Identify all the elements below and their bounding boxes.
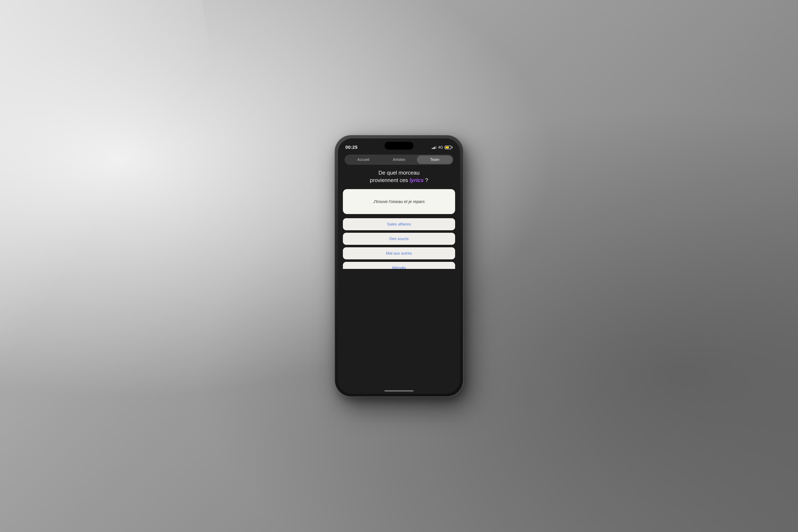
volume-up-button[interactable] bbox=[335, 198, 335, 214]
nav-tabs: Accueil Artistes Team bbox=[345, 155, 453, 165]
phone-screen: 00:25 4G bbox=[338, 138, 460, 394]
question-heading: De quel morceau proviennent ces lyrics ? bbox=[343, 169, 455, 184]
question-highlight: lyrics bbox=[410, 177, 424, 183]
answer-btn-4[interactable]: Mélodie bbox=[343, 262, 455, 269]
phone-wrapper: 00:25 4G bbox=[335, 135, 463, 397]
answer-label-2: Des soucis bbox=[390, 236, 409, 241]
home-indicator bbox=[338, 385, 460, 394]
question-end: ? bbox=[424, 177, 428, 183]
answer-label-3: Mal aux autres bbox=[386, 251, 412, 255]
phone-body: 00:25 4G bbox=[335, 135, 463, 397]
status-time: 00:25 bbox=[345, 145, 358, 150]
status-icons: 4G bbox=[432, 145, 453, 150]
tab-accueil[interactable]: Accueil bbox=[345, 155, 381, 164]
battery-icon bbox=[445, 146, 453, 149]
answer-label-1: Sales affaires bbox=[387, 222, 411, 227]
dynamic-island bbox=[384, 142, 414, 150]
power-button[interactable] bbox=[463, 194, 463, 214]
answer-btn-2[interactable]: Des soucis bbox=[343, 233, 455, 245]
network-label: 4G bbox=[438, 145, 443, 150]
question-line2: proviennent ces bbox=[370, 177, 408, 183]
lyrics-card: J'trouve l'oiseau et je repars bbox=[343, 189, 455, 214]
answer-btn-3[interactable]: Mal aux autres bbox=[343, 247, 455, 259]
signal-icon bbox=[432, 146, 436, 149]
answer-btn-1[interactable]: Sales affaires bbox=[343, 218, 455, 230]
volume-down-button[interactable] bbox=[335, 218, 335, 235]
tab-team[interactable]: Team bbox=[417, 155, 453, 164]
question-text: De quel morceau proviennent ces lyrics ? bbox=[345, 169, 453, 184]
home-bar bbox=[384, 390, 414, 392]
bottom-area bbox=[338, 269, 460, 385]
question-line1: De quel morceau bbox=[378, 170, 420, 176]
lyrics-text: J'trouve l'oiseau et je repars bbox=[373, 198, 425, 205]
answer-label-4: Mélodie bbox=[392, 266, 406, 269]
app-content: Accueil Artistes Team De quel morceau pr… bbox=[338, 153, 460, 269]
answers-list: Sales affaires Des soucis Mal aux autres… bbox=[343, 218, 455, 269]
silent-switch[interactable] bbox=[335, 181, 335, 194]
tab-artistes[interactable]: Artistes bbox=[381, 155, 417, 164]
